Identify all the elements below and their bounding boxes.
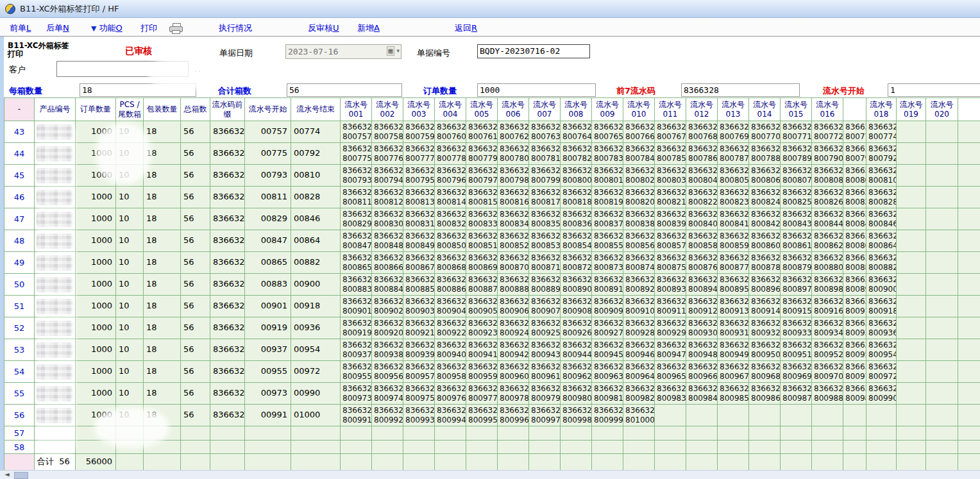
- serial-cell[interactable]: [897, 361, 926, 383]
- serial-cell[interactable]: 836632800923: [466, 317, 498, 339]
- serial-end-cell[interactable]: 00918: [291, 296, 341, 317]
- empty-cell[interactable]: [718, 426, 749, 441]
- order-qty-input[interactable]: 1000: [477, 83, 596, 97]
- serial-start-cell[interactable]: 00901: [245, 296, 291, 317]
- serial-cell[interactable]: 836632800961: [529, 361, 561, 383]
- serial-cell[interactable]: 836632800954: [866, 339, 897, 361]
- pack-qty-cell[interactable]: 18: [144, 296, 181, 317]
- pcs-cell[interactable]: 10: [116, 383, 144, 405]
- serial-cell[interactable]: [897, 383, 926, 405]
- empty-cell[interactable]: [926, 426, 958, 441]
- serial-cell[interactable]: 836632800785: [655, 143, 686, 165]
- total-boxes-cell[interactable]: 56: [181, 121, 210, 143]
- serial-cell[interactable]: 836632800804: [686, 165, 718, 187]
- serial-cell[interactable]: 836632800822: [686, 187, 718, 208]
- empty-cell[interactable]: [781, 441, 812, 454]
- serial-cell[interactable]: 836632800943: [529, 339, 561, 361]
- serial-cell[interactable]: [926, 383, 958, 405]
- pack-qty-cell[interactable]: 18: [144, 208, 181, 230]
- serial-cell[interactable]: 836632800928: [623, 317, 655, 339]
- empty-cell[interactable]: [897, 426, 926, 441]
- serial-cell[interactable]: 836632800784: [623, 143, 655, 165]
- serial-cell[interactable]: [926, 121, 958, 143]
- chevron-down-icon[interactable]: ▼: [396, 48, 400, 54]
- serial-cell[interactable]: 836632800997: [529, 405, 561, 426]
- empty-cell[interactable]: [958, 426, 980, 441]
- serial-cell[interactable]: 836632800791: [843, 143, 866, 165]
- serial-cell[interactable]: 836632800809: [843, 165, 866, 187]
- serial-cell[interactable]: 836632800959: [466, 361, 498, 383]
- serial-cell[interactable]: 836632800955: [341, 361, 372, 383]
- serial-cell[interactable]: [781, 405, 812, 426]
- empty-cell[interactable]: [181, 426, 210, 441]
- serial-cell[interactable]: 836632800769: [718, 121, 749, 143]
- empty-cell[interactable]: [958, 441, 980, 454]
- serial-cell[interactable]: 836632800918: [866, 296, 897, 317]
- serial-cell[interactable]: [926, 274, 958, 296]
- pcs-cell[interactable]: 10: [116, 274, 144, 296]
- serial-cell[interactable]: 836632800894: [686, 274, 718, 296]
- total-boxes-cell[interactable]: 56: [181, 361, 210, 383]
- serial-cell[interactable]: 836632800759: [403, 121, 435, 143]
- serial-cell[interactable]: 836632800778: [435, 143, 466, 165]
- row-number-cell[interactable]: 56: [4, 405, 35, 426]
- execution-status-button[interactable]: 执行情况: [219, 22, 252, 34]
- serial-cell[interactable]: 836632800872: [561, 252, 592, 274]
- empty-cell[interactable]: [435, 441, 466, 454]
- prefix-cell[interactable]: 8366328: [210, 339, 245, 361]
- serial-cell[interactable]: 836632800851: [466, 230, 498, 252]
- serial-end-cell[interactable]: 00828: [291, 187, 341, 208]
- serial-cell[interactable]: 836632800843: [781, 208, 812, 230]
- serial-cell[interactable]: 836632800978: [498, 383, 529, 405]
- pack-qty-cell[interactable]: 18: [144, 361, 181, 383]
- serial-cell[interactable]: 836632800987: [781, 383, 812, 405]
- serial-cell[interactable]: [897, 187, 926, 208]
- empty-cell[interactable]: [812, 441, 843, 454]
- serial-cell[interactable]: 836632800873: [592, 252, 623, 274]
- serial-cell[interactable]: 836632800771: [781, 121, 812, 143]
- empty-cell[interactable]: [372, 441, 403, 454]
- serial-cell[interactable]: 836632800956: [372, 361, 403, 383]
- serial-end-cell[interactable]: 00792: [291, 143, 341, 165]
- print-button[interactable]: 打印: [140, 22, 157, 34]
- serial-cell[interactable]: 836632800893: [655, 274, 686, 296]
- serial-cell[interactable]: 836632800803: [655, 165, 686, 187]
- empty-cell[interactable]: [498, 441, 529, 454]
- serial-cell[interactable]: 836632800817: [529, 187, 561, 208]
- serial-cell[interactable]: 836632800922: [435, 317, 466, 339]
- serial-cell[interactable]: 836632800777: [403, 143, 435, 165]
- serial-cell[interactable]: [897, 339, 926, 361]
- prefix-cell[interactable]: 8366328: [210, 361, 245, 383]
- serial-cell[interactable]: 836632800830: [372, 208, 403, 230]
- serial-cell[interactable]: 836632800957: [403, 361, 435, 383]
- serial-cell[interactable]: 836632800929: [655, 317, 686, 339]
- serial-start-cell[interactable]: 00973: [245, 383, 291, 405]
- serial-cell[interactable]: [926, 317, 958, 339]
- serial-cell[interactable]: 836632800995: [466, 405, 498, 426]
- serial-cell[interactable]: 836632800870: [498, 252, 529, 274]
- empty-cell[interactable]: [718, 441, 749, 454]
- serial-cell[interactable]: 836632800800: [561, 165, 592, 187]
- serial-cell[interactable]: 836632800868: [435, 252, 466, 274]
- serial-cell[interactable]: 836632800926: [561, 317, 592, 339]
- prefix-cell[interactable]: 8366328: [210, 317, 245, 339]
- serial-cell[interactable]: 836632800933: [781, 317, 812, 339]
- row-number-cell[interactable]: 48: [4, 230, 35, 252]
- serial-cell[interactable]: [686, 405, 718, 426]
- serial-cell[interactable]: 836632800985: [718, 383, 749, 405]
- serial-cell[interactable]: [926, 187, 958, 208]
- serial-cell[interactable]: 836632800975: [403, 383, 435, 405]
- serial-cell[interactable]: 836632800981: [592, 383, 623, 405]
- serial-cell[interactable]: 836632800834: [498, 208, 529, 230]
- serial-cell[interactable]: 836632800856: [623, 230, 655, 252]
- serial-cell[interactable]: 836632800764: [561, 121, 592, 143]
- prefix-cell[interactable]: 8366328: [210, 383, 245, 405]
- empty-cell[interactable]: [498, 426, 529, 441]
- serial-cell[interactable]: 836632800848: [372, 230, 403, 252]
- serial-cell[interactable]: [897, 208, 926, 230]
- serial-cell[interactable]: [926, 252, 958, 274]
- serial-cell[interactable]: 836632800860: [749, 230, 781, 252]
- empty-cell[interactable]: [749, 441, 781, 454]
- total-boxes-cell[interactable]: 56: [181, 230, 210, 252]
- serial-cell[interactable]: 836632800931: [718, 317, 749, 339]
